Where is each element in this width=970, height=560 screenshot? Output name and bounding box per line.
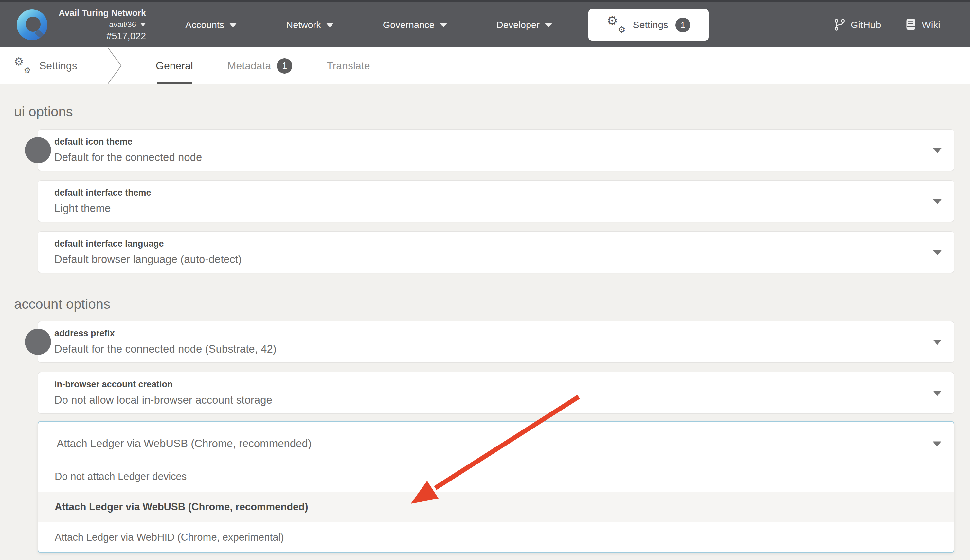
wiki-link[interactable]: Wiki [905, 18, 940, 31]
tab-metadata[interactable]: Metadata 1 [227, 47, 292, 84]
select-address-prefix[interactable]: address prefix Default for the connected… [38, 321, 954, 363]
avail-logo[interactable] [17, 10, 47, 40]
wiki-label: Wiki [922, 19, 940, 30]
github-link[interactable]: GitHub [834, 18, 881, 31]
book-icon [905, 18, 917, 31]
network-selector[interactable]: Avail Turing Network avail/36 #517,022 [58, 8, 146, 42]
tab-translate[interactable]: Translate [327, 47, 370, 84]
chevron-down-icon [933, 250, 942, 255]
chevron-down-icon [326, 23, 334, 27]
gears-icon: ⚙ ⚙ [607, 17, 626, 33]
section-heading-ui-options: ui options [14, 84, 954, 119]
gear-icon: ⚙ [14, 56, 23, 67]
select-in-browser-account-creation[interactable]: in-browser account creation Do not allow… [38, 372, 954, 414]
field-value: Default for the connected node (Substrat… [54, 343, 928, 355]
menu-label: Network [286, 20, 321, 30]
network-name: Avail Turing Network [58, 8, 146, 19]
option-attach-ledger-webhid[interactable]: Attach Ledger via WebHID (Chrome, experi… [38, 522, 953, 552]
chevron-down-icon [933, 199, 942, 205]
menu-developer[interactable]: Developer [496, 20, 553, 30]
field-value: Do not allow local in-browser account st… [54, 394, 928, 406]
menu-governance[interactable]: Governance [383, 20, 447, 30]
select-default-interface-language[interactable]: default interface language Default brows… [38, 231, 954, 273]
field-label: default interface theme [54, 188, 928, 198]
select-default-interface-theme[interactable]: default interface theme Light theme [38, 180, 954, 222]
field-value: Default browser language (auto-detect) [54, 253, 928, 266]
ledger-dropdown-selected[interactable]: Attach Ledger via WebUSB (Chrome, recomm… [38, 422, 953, 461]
breadcrumb-chevron-icon [107, 47, 123, 84]
field-label: in-browser account creation [54, 380, 928, 390]
settings-badge: 1 [676, 18, 690, 32]
menu-label: Accounts [185, 20, 224, 30]
field-label: default icon theme [54, 137, 928, 147]
external-links: GitHub Wiki [834, 18, 940, 31]
tab-label: Translate [327, 60, 370, 72]
code-branch-icon [834, 18, 845, 31]
settings-nav-button[interactable]: ⚙ ⚙ Settings 1 [588, 9, 708, 40]
menu-accounts[interactable]: Accounts [185, 20, 237, 30]
field-value: Light theme [54, 202, 928, 215]
breadcrumb-settings[interactable]: ⚙ ⚙ Settings [0, 58, 77, 73]
chain-spec: avail/36 [109, 20, 136, 30]
main-menu: Accounts Network Governance Developer [185, 20, 553, 30]
chevron-down-icon [933, 391, 942, 396]
ledger-dropdown-menu: Do not attach Ledger devices Attach Ledg… [38, 461, 953, 552]
tab-bar: ⚙ ⚙ Settings General Metadata 1 Translat… [0, 47, 970, 84]
gear-icon: ⚙ [23, 67, 31, 74]
select-default-icon-theme[interactable]: default icon theme Default for the conne… [38, 129, 954, 171]
block-number: #517,022 [58, 30, 146, 42]
chevron-down-icon [439, 23, 447, 27]
github-label: GitHub [851, 19, 881, 30]
avatar [25, 329, 51, 355]
chevron-down-icon [933, 340, 942, 345]
option-attach-ledger-webusb[interactable]: Attach Ledger via WebUSB (Chrome, recomm… [38, 492, 953, 522]
field-label: default interface language [54, 239, 928, 249]
selected-value: Attach Ledger via WebUSB (Chrome, recomm… [57, 437, 312, 450]
metadata-badge: 1 [277, 58, 292, 73]
menu-label: Developer [496, 20, 540, 30]
chevron-down-icon [933, 148, 942, 153]
chevron-down-icon [140, 23, 146, 26]
tab-general[interactable]: General [156, 47, 193, 84]
section-heading-account-options: account options [14, 273, 954, 312]
chevron-down-icon [544, 23, 553, 27]
field-label: address prefix [54, 328, 928, 338]
chevron-down-icon [933, 442, 941, 447]
gear-icon: ⚙ [607, 14, 618, 27]
chevron-down-icon [229, 23, 237, 27]
top-navbar: Avail Turing Network avail/36 #517,022 A… [0, 0, 970, 47]
tab-label: Metadata [227, 60, 271, 72]
option-do-not-attach-ledger[interactable]: Do not attach Ledger devices [38, 461, 953, 492]
settings-button-label: Settings [633, 19, 668, 30]
ledger-connection-dropdown[interactable]: Attach Ledger via WebUSB (Chrome, recomm… [38, 421, 954, 553]
gear-icon: ⚙ [618, 25, 625, 34]
tabs: General Metadata 1 Translate [156, 47, 370, 84]
gears-icon: ⚙ ⚙ [14, 58, 31, 73]
field-value: Default for the connected node [54, 151, 928, 163]
settings-content: ui options default icon theme Default fo… [0, 84, 970, 553]
tab-label: General [156, 60, 193, 72]
menu-network[interactable]: Network [286, 20, 334, 30]
menu-label: Governance [383, 20, 435, 30]
breadcrumb-label: Settings [39, 60, 77, 72]
avatar [25, 137, 51, 163]
